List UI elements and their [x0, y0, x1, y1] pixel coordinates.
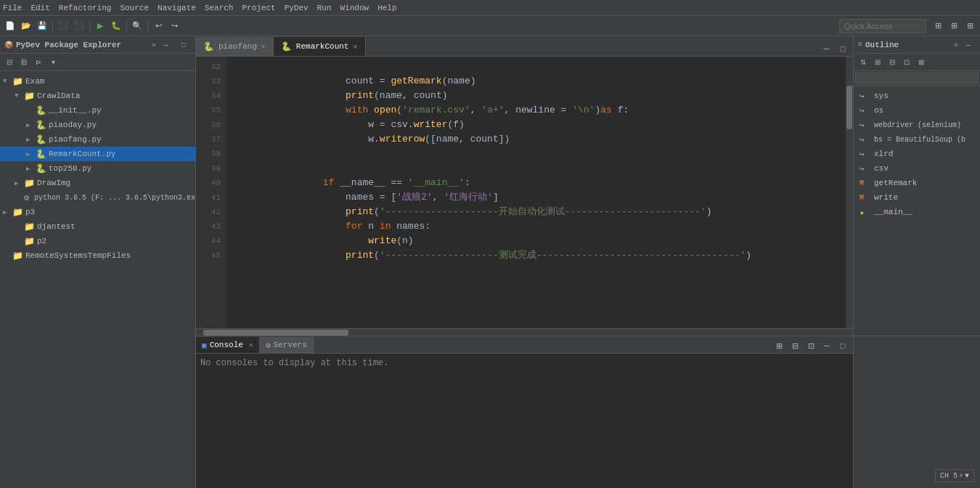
- menu-project[interactable]: Project: [242, 4, 275, 12]
- bottom-right-outline: CH 5 ⚡ ▼: [853, 336, 980, 488]
- tree-drawimg[interactable]: ▶ 📁 DrawImg: [0, 176, 195, 190]
- tab-close-piaofang[interactable]: ✕: [261, 42, 266, 51]
- bottom-btn-3[interactable]: ⊡: [804, 338, 818, 353]
- explorer-collapse-all[interactable]: ⊟: [3, 56, 16, 69]
- editor-tab-controls: ─ □: [820, 41, 853, 56]
- outline-label-csv: csv: [874, 164, 889, 173]
- code-token: [323, 250, 346, 261]
- package-explorer-icon: 📦: [4, 41, 13, 49]
- tab-remarkcount[interactable]: 🐍 RemarkCount ✕: [274, 37, 366, 56]
- folder-icon-djantest: 📁: [23, 221, 35, 232]
- tree-remarkcount[interactable]: ▶ 🐍 RemarkCount.py: [0, 147, 195, 161]
- menu-help[interactable]: Help: [377, 4, 396, 12]
- outline-filter1[interactable]: ⊞: [871, 56, 884, 69]
- outline-method-icon-write: M: [859, 194, 871, 202]
- outline-filter3[interactable]: ⊡: [900, 56, 913, 69]
- editor-maximize[interactable]: □: [836, 41, 850, 56]
- tree-piaoday[interactable]: ▶ 🐍 piaoday.py: [0, 118, 195, 132]
- menu-window[interactable]: Window: [340, 4, 369, 12]
- tree-init[interactable]: 🐍 __init__.py: [0, 103, 195, 118]
- toolbar-undo[interactable]: ↩: [151, 19, 166, 33]
- outline-close[interactable]: ✕: [953, 40, 958, 49]
- outline-minimize[interactable]: ─: [961, 38, 976, 52]
- tab-console[interactable]: ▣ Console ✕: [196, 337, 260, 353]
- toolbar-back[interactable]: ⬛: [56, 19, 70, 33]
- toolbar-open[interactable]: 📂: [19, 19, 33, 33]
- toolbar-extra-2[interactable]: ⊞: [947, 19, 961, 33]
- toolbar-extra-1[interactable]: ⊞: [931, 19, 945, 33]
- code-token: in: [380, 221, 391, 232]
- tree-label-exam: Exam: [25, 77, 44, 86]
- console-tab-close[interactable]: ✕: [249, 341, 253, 349]
- editor-minimize[interactable]: ─: [820, 41, 834, 56]
- menu-edit[interactable]: Edit: [30, 4, 49, 12]
- tree-exam[interactable]: ▼ 📁 Exam: [0, 74, 195, 89]
- bottom-minimize[interactable]: ─: [820, 338, 834, 353]
- toolbar-sep-2: [89, 20, 90, 32]
- menu-search[interactable]: Search: [205, 4, 234, 12]
- package-explorer-minimize[interactable]: ─: [159, 38, 173, 52]
- toolbar-debug[interactable]: 🐛: [109, 19, 123, 33]
- code-token: '__main__': [408, 177, 465, 188]
- scrollbar-thumb-h[interactable]: [203, 330, 348, 336]
- tree-p3[interactable]: ▶ 📁 p3: [0, 205, 195, 219]
- editor-scrollbar-h[interactable]: [196, 328, 853, 336]
- folder-icon-remote: 📁: [12, 251, 23, 261]
- explorer-filter[interactable]: ⊳: [32, 56, 45, 69]
- toolbar-new[interactable]: 📄: [3, 19, 17, 33]
- status-collapse[interactable]: ▼: [965, 472, 969, 480]
- folder-icon-p3: 📁: [12, 207, 23, 218]
- code-content[interactable]: count = getRemark(name) print(name, coun…: [226, 57, 846, 328]
- editor-scrollbar-v[interactable]: [846, 57, 853, 328]
- tab-piaofang[interactable]: 🐍 piaofang ✕: [196, 37, 274, 56]
- outline-item-main[interactable]: ★ __main__: [854, 205, 980, 219]
- tree-python[interactable]: ⚙ python 3.6.5 (F: ... 3.6.5\python3.ex: [0, 190, 195, 205]
- tree-p2[interactable]: 📁 p2: [0, 234, 195, 248]
- outline-item-sys[interactable]: ↪ sys: [854, 89, 980, 103]
- outline-item-webdriver[interactable]: ↪ webdriver (selenium): [854, 118, 980, 132]
- outline-item-os[interactable]: ↪ os: [854, 103, 980, 118]
- servers-icon: ⚙: [266, 341, 271, 350]
- explorer-menu[interactable]: ▾: [46, 56, 60, 69]
- bottom-section: ▣ Console ✕ ⚙ Servers ⊞ ⊟ ⊡ ─: [196, 336, 980, 488]
- toolbar-forward[interactable]: ⬛: [72, 19, 86, 33]
- python-icon-init: 🐍: [35, 105, 46, 116]
- menu-pydev[interactable]: PyDev: [285, 4, 309, 12]
- outline-item-csv[interactable]: ↪ csv: [854, 161, 980, 176]
- tree-remote[interactable]: 📁 RemoteSystemsTempFiles: [0, 248, 195, 263]
- outline-filter2[interactable]: ⊟: [886, 56, 899, 69]
- code-token: '--------------------测试完成---------------…: [380, 250, 746, 261]
- bottom-btn-2[interactable]: ⊟: [788, 338, 802, 353]
- menu-navigate[interactable]: Navigate: [158, 4, 196, 12]
- tab-close-remarkcount[interactable]: ✕: [353, 42, 357, 51]
- toolbar-redo[interactable]: ↪: [167, 19, 181, 33]
- bottom-btn-1[interactable]: ⊞: [772, 338, 786, 353]
- outline-item-write[interactable]: M write: [854, 190, 980, 205]
- toolbar-extra-3[interactable]: ⊞: [963, 19, 977, 33]
- package-explorer-close[interactable]: ✕: [151, 40, 156, 49]
- outline-filter4[interactable]: ⊠: [915, 56, 928, 69]
- toolbar-search[interactable]: 🔍: [130, 19, 144, 33]
- menu-run[interactable]: Run: [317, 4, 332, 12]
- code-editor[interactable]: 32 33 34 35 36 37 38 39 40 41 42 43: [196, 57, 853, 328]
- menu-file[interactable]: File: [3, 4, 22, 12]
- quick-access-input[interactable]: [839, 19, 926, 33]
- menu-refactoring[interactable]: Refactoring: [59, 4, 112, 12]
- tree-crawldata[interactable]: ▼ 📁 CrawlData: [0, 89, 195, 103]
- tab-servers[interactable]: ⚙ Servers: [260, 337, 314, 353]
- tree-top250[interactable]: ▶ 🐍 top250.py: [0, 161, 195, 176]
- bottom-maximize[interactable]: □: [836, 338, 850, 353]
- outline-item-xlrd[interactable]: ↪ xlrd: [854, 147, 980, 161]
- outline-sort[interactable]: ⇅: [857, 56, 870, 69]
- toolbar-run[interactable]: ▶: [93, 19, 107, 33]
- outline-item-getremark[interactable]: M getRemark: [854, 176, 980, 190]
- package-explorer-maximize[interactable]: □: [176, 38, 191, 52]
- scrollbar-thumb-v[interactable]: [846, 86, 852, 129]
- explorer-link[interactable]: ⛓: [17, 56, 30, 69]
- tree-piaofang[interactable]: ▶ 🐍 piaofang.py: [0, 132, 195, 147]
- outline-item-bs[interactable]: ↪ bs = BeautifulSoup (b: [854, 132, 980, 147]
- outline-search-input[interactable]: [855, 73, 979, 84]
- tree-djantest[interactable]: 📁 djantest: [0, 219, 195, 234]
- toolbar-save[interactable]: 💾: [35, 19, 49, 33]
- menu-source[interactable]: Source: [120, 4, 149, 12]
